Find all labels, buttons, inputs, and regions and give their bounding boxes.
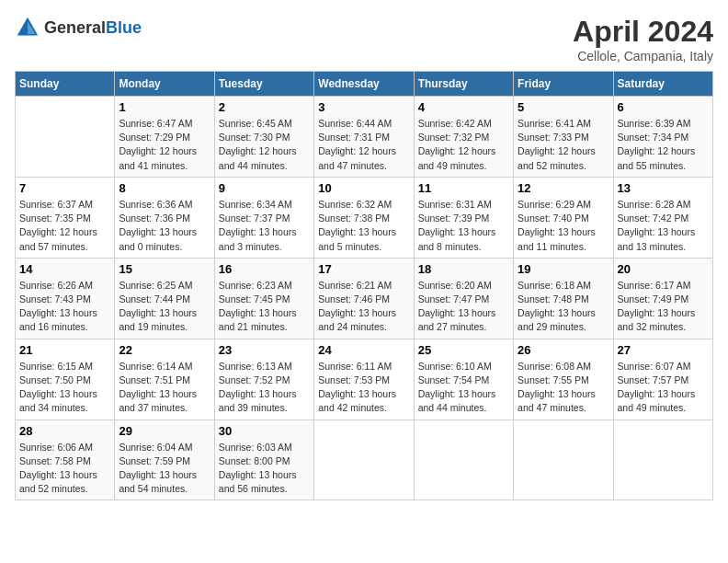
day-number: 21 [19,343,110,357]
table-row: 26Sunrise: 6:08 AM Sunset: 7:55 PM Dayli… [514,339,613,419]
calendar-week-row: 21Sunrise: 6:15 AM Sunset: 7:50 PM Dayli… [16,339,713,419]
day-number: 18 [418,262,509,276]
day-number: 10 [318,181,409,195]
day-info: Sunrise: 6:39 AM Sunset: 7:34 PM Dayligh… [618,117,709,173]
day-number: 7 [19,181,110,195]
day-info: Sunrise: 6:14 AM Sunset: 7:51 PM Dayligh… [119,360,210,416]
table-row: 22Sunrise: 6:14 AM Sunset: 7:51 PM Dayli… [115,339,214,419]
table-row: 10Sunrise: 6:32 AM Sunset: 7:38 PM Dayli… [314,177,414,258]
day-number: 27 [618,343,709,357]
table-row: 4Sunrise: 6:42 AM Sunset: 7:32 PM Daylig… [414,97,513,178]
table-row: 16Sunrise: 6:23 AM Sunset: 7:45 PM Dayli… [214,258,313,339]
day-number: 17 [318,262,409,276]
table-row: 9Sunrise: 6:34 AM Sunset: 7:37 PM Daylig… [214,177,313,258]
day-info: Sunrise: 6:06 AM Sunset: 7:58 PM Dayligh… [19,441,110,497]
day-number: 29 [119,424,210,438]
day-number: 11 [418,181,509,195]
day-info: Sunrise: 6:13 AM Sunset: 7:52 PM Dayligh… [219,360,310,416]
location-subtitle: Cellole, Campania, Italy [573,49,713,63]
day-number: 8 [119,181,210,195]
day-info: Sunrise: 6:42 AM Sunset: 7:32 PM Dayligh… [418,117,509,173]
header-tuesday: Tuesday [214,72,313,97]
table-row: 15Sunrise: 6:25 AM Sunset: 7:44 PM Dayli… [115,258,214,339]
table-row: 29Sunrise: 6:04 AM Sunset: 7:59 PM Dayli… [115,419,214,500]
day-info: Sunrise: 6:04 AM Sunset: 7:59 PM Dayligh… [119,441,210,497]
table-row: 2Sunrise: 6:45 AM Sunset: 7:30 PM Daylig… [214,97,313,178]
day-number: 1 [119,100,210,114]
day-number: 5 [518,100,609,114]
day-info: Sunrise: 6:44 AM Sunset: 7:31 PM Dayligh… [318,117,409,173]
day-number: 25 [418,343,509,357]
day-number: 24 [318,343,409,357]
header-saturday: Saturday [613,72,712,97]
day-info: Sunrise: 6:11 AM Sunset: 7:53 PM Dayligh… [318,360,409,416]
calendar-week-row: 28Sunrise: 6:06 AM Sunset: 7:58 PM Dayli… [16,419,713,500]
header-sunday: Sunday [16,72,115,97]
day-number: 19 [518,262,609,276]
day-number: 30 [219,424,310,438]
logo-general: GeneralBlue [44,19,142,37]
day-info: Sunrise: 6:28 AM Sunset: 7:42 PM Dayligh… [618,198,709,254]
table-row: 17Sunrise: 6:21 AM Sunset: 7:46 PM Dayli… [314,258,414,339]
table-row: 25Sunrise: 6:10 AM Sunset: 7:54 PM Dayli… [414,339,513,419]
calendar-week-row: 1Sunrise: 6:47 AM Sunset: 7:29 PM Daylig… [16,97,713,178]
day-info: Sunrise: 6:07 AM Sunset: 7:57 PM Dayligh… [618,360,709,416]
day-info: Sunrise: 6:29 AM Sunset: 7:40 PM Dayligh… [518,198,609,254]
day-number: 15 [119,262,210,276]
header-friday: Friday [514,72,613,97]
day-number: 22 [119,343,210,357]
day-number: 13 [618,181,709,195]
table-row: 13Sunrise: 6:28 AM Sunset: 7:42 PM Dayli… [613,177,712,258]
day-info: Sunrise: 6:31 AM Sunset: 7:39 PM Dayligh… [418,198,509,254]
table-row: 1Sunrise: 6:47 AM Sunset: 7:29 PM Daylig… [115,97,214,178]
table-row: 24Sunrise: 6:11 AM Sunset: 7:53 PM Dayli… [314,339,414,419]
day-number: 9 [219,181,310,195]
table-row [16,97,115,178]
table-row: 19Sunrise: 6:18 AM Sunset: 7:48 PM Dayli… [514,258,613,339]
table-row: 5Sunrise: 6:41 AM Sunset: 7:33 PM Daylig… [514,97,613,178]
table-row: 23Sunrise: 6:13 AM Sunset: 7:52 PM Dayli… [214,339,313,419]
day-info: Sunrise: 6:26 AM Sunset: 7:43 PM Dayligh… [19,279,110,335]
day-info: Sunrise: 6:34 AM Sunset: 7:37 PM Dayligh… [219,198,310,254]
table-row: 14Sunrise: 6:26 AM Sunset: 7:43 PM Dayli… [16,258,115,339]
logo-icon [15,15,40,40]
day-number: 26 [518,343,609,357]
day-info: Sunrise: 6:41 AM Sunset: 7:33 PM Dayligh… [518,117,609,173]
table-row: 7Sunrise: 6:37 AM Sunset: 7:35 PM Daylig… [16,177,115,258]
header-wednesday: Wednesday [314,72,414,97]
title-block: April 2024 Cellole, Campania, Italy [573,15,713,63]
table-row [613,419,712,500]
day-number: 14 [19,262,110,276]
day-info: Sunrise: 6:17 AM Sunset: 7:49 PM Dayligh… [618,279,709,335]
day-info: Sunrise: 6:18 AM Sunset: 7:48 PM Dayligh… [518,279,609,335]
calendar-week-row: 7Sunrise: 6:37 AM Sunset: 7:35 PM Daylig… [16,177,713,258]
table-row: 6Sunrise: 6:39 AM Sunset: 7:34 PM Daylig… [613,97,712,178]
table-row: 30Sunrise: 6:03 AM Sunset: 8:00 PM Dayli… [214,419,313,500]
table-row: 11Sunrise: 6:31 AM Sunset: 7:39 PM Dayli… [414,177,513,258]
day-info: Sunrise: 6:45 AM Sunset: 7:30 PM Dayligh… [219,117,310,173]
day-number: 2 [219,100,310,114]
day-info: Sunrise: 6:47 AM Sunset: 7:29 PM Dayligh… [119,117,210,173]
calendar-week-row: 14Sunrise: 6:26 AM Sunset: 7:43 PM Dayli… [16,258,713,339]
day-info: Sunrise: 6:25 AM Sunset: 7:44 PM Dayligh… [119,279,210,335]
header-thursday: Thursday [414,72,513,97]
month-title: April 2024 [573,15,713,49]
table-row: 28Sunrise: 6:06 AM Sunset: 7:58 PM Dayli… [16,419,115,500]
day-number: 12 [518,181,609,195]
calendar-table: Sunday Monday Tuesday Wednesday Thursday… [15,71,713,500]
table-row: 12Sunrise: 6:29 AM Sunset: 7:40 PM Dayli… [514,177,613,258]
table-row [514,419,613,500]
table-row: 8Sunrise: 6:36 AM Sunset: 7:36 PM Daylig… [115,177,214,258]
table-row: 27Sunrise: 6:07 AM Sunset: 7:57 PM Dayli… [613,339,712,419]
day-number: 28 [19,424,110,438]
day-number: 4 [418,100,509,114]
day-info: Sunrise: 6:03 AM Sunset: 8:00 PM Dayligh… [219,441,310,497]
day-info: Sunrise: 6:32 AM Sunset: 7:38 PM Dayligh… [318,198,409,254]
table-row [314,419,414,500]
day-number: 6 [618,100,709,114]
day-number: 23 [219,343,310,357]
table-row [414,419,513,500]
day-number: 16 [219,262,310,276]
table-row: 21Sunrise: 6:15 AM Sunset: 7:50 PM Dayli… [16,339,115,419]
calendar-header-row: Sunday Monday Tuesday Wednesday Thursday… [16,72,713,97]
